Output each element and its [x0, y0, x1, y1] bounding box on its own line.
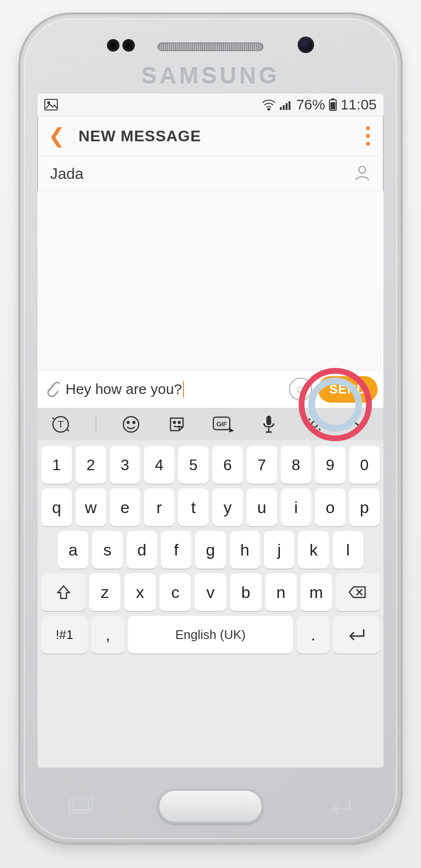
- key-y[interactable]: y: [212, 488, 243, 526]
- key-u[interactable]: u: [247, 488, 277, 526]
- key-o[interactable]: o: [315, 488, 345, 526]
- expand-icon[interactable]: [349, 413, 371, 435]
- svg-point-15: [133, 421, 135, 423]
- key-4[interactable]: 4: [144, 446, 174, 484]
- key-5[interactable]: 5: [178, 446, 209, 484]
- comma-key[interactable]: ,: [92, 616, 124, 653]
- key-3[interactable]: 3: [110, 446, 140, 484]
- smiley-icon[interactable]: [120, 413, 142, 435]
- battery-percent: 76%: [296, 96, 325, 113]
- contact-icon[interactable]: [354, 164, 371, 183]
- speaker-grille: [158, 42, 263, 51]
- recipient-row[interactable]: Jada: [38, 156, 383, 191]
- attach-icon[interactable]: [43, 379, 60, 400]
- key-a[interactable]: a: [58, 531, 88, 569]
- sticker-icon[interactable]: [166, 413, 188, 435]
- wifi-icon: [262, 99, 276, 110]
- key-t[interactable]: t: [178, 488, 209, 526]
- key-b[interactable]: b: [230, 573, 262, 611]
- key-i[interactable]: i: [281, 488, 311, 526]
- more-menu-icon[interactable]: [363, 123, 373, 149]
- settings-icon[interactable]: [303, 413, 326, 435]
- key-c[interactable]: c: [159, 573, 191, 611]
- key-e[interactable]: e: [110, 488, 140, 526]
- key-g[interactable]: g: [195, 531, 225, 569]
- emoji-icon[interactable]: ☺: [289, 378, 312, 401]
- sensor-dot: [122, 39, 135, 52]
- message-input[interactable]: Hey how are you?: [66, 381, 283, 397]
- key-row-numbers: 1 2 3 4 5 6 7 8 9 0: [41, 446, 380, 484]
- send-button[interactable]: SEND: [318, 376, 378, 403]
- svg-rect-4: [283, 105, 285, 110]
- key-n[interactable]: n: [265, 573, 297, 611]
- clock-text: 11:05: [341, 96, 377, 113]
- key-row-asdf: a s d f g h j k l: [41, 531, 380, 569]
- key-p[interactable]: p: [349, 488, 380, 526]
- key-d[interactable]: d: [127, 531, 157, 569]
- backspace-key[interactable]: [336, 573, 380, 611]
- separator: [95, 416, 96, 433]
- svg-point-13: [123, 417, 139, 432]
- shift-key[interactable]: [41, 573, 85, 611]
- svg-point-10: [359, 166, 366, 173]
- status-bar: 76% 11:05: [38, 94, 383, 116]
- screen: 76% 11:05 ❮ NEW MESSAGE: [38, 94, 383, 768]
- key-l[interactable]: l: [333, 531, 363, 569]
- svg-point-23: [312, 421, 317, 427]
- key-7[interactable]: 7: [247, 446, 277, 484]
- keyboard: 1 2 3 4 5 6 7 8 9 0 q w e: [38, 440, 383, 768]
- symbols-key[interactable]: !#1: [41, 616, 88, 653]
- svg-rect-6: [289, 101, 290, 110]
- key-f[interactable]: f: [161, 531, 191, 569]
- battery-icon: [329, 98, 337, 111]
- svg-rect-5: [286, 103, 288, 110]
- key-j[interactable]: j: [264, 531, 294, 569]
- brand-logo: SAMSUNG: [18, 63, 403, 89]
- front-camera: [298, 37, 314, 53]
- page-title: NEW MESSAGE: [79, 127, 201, 145]
- key-1[interactable]: 1: [41, 446, 72, 484]
- message-text: Hey how are you?: [66, 381, 182, 397]
- key-9[interactable]: 9: [315, 446, 345, 484]
- recents-icon[interactable]: [66, 796, 95, 817]
- conversation-area[interactable]: [38, 191, 383, 370]
- enter-key[interactable]: [333, 616, 380, 653]
- key-m[interactable]: m: [301, 573, 332, 611]
- text-mode-icon[interactable]: T: [50, 413, 72, 435]
- app-header: ❮ NEW MESSAGE: [38, 116, 383, 156]
- compose-row: Hey how are you? ☺ SEND: [38, 370, 383, 408]
- key-q[interactable]: q: [41, 488, 72, 526]
- gif-icon[interactable]: GIF: [212, 413, 234, 435]
- key-s[interactable]: s: [92, 531, 122, 569]
- key-z[interactable]: z: [89, 573, 120, 611]
- recipient-name: Jada: [50, 165, 83, 183]
- key-row-bottom: !#1 , English (UK) .: [41, 616, 380, 653]
- home-button[interactable]: [158, 789, 263, 824]
- key-2[interactable]: 2: [76, 446, 106, 484]
- key-v[interactable]: v: [195, 573, 226, 611]
- key-8[interactable]: 8: [281, 446, 311, 484]
- signal-icon: [280, 99, 292, 110]
- key-r[interactable]: r: [144, 488, 174, 526]
- svg-rect-20: [266, 416, 271, 425]
- svg-rect-9: [330, 102, 335, 109]
- svg-text:T: T: [58, 419, 64, 430]
- key-6[interactable]: 6: [212, 446, 243, 484]
- svg-point-16: [173, 421, 175, 423]
- svg-point-17: [178, 421, 180, 423]
- key-0[interactable]: 0: [349, 446, 380, 484]
- svg-rect-0: [45, 99, 57, 110]
- back-hardware-icon[interactable]: [326, 796, 355, 817]
- svg-point-14: [127, 421, 129, 423]
- svg-text:GIF: GIF: [216, 420, 227, 428]
- svg-rect-3: [280, 107, 282, 110]
- back-icon[interactable]: ❮: [48, 126, 65, 146]
- key-h[interactable]: h: [230, 531, 260, 569]
- key-x[interactable]: x: [124, 573, 156, 611]
- period-key[interactable]: .: [297, 616, 329, 653]
- mic-icon[interactable]: [258, 413, 280, 435]
- sensor-dot: [107, 39, 119, 52]
- key-w[interactable]: w: [76, 488, 106, 526]
- space-key[interactable]: English (UK): [128, 616, 293, 653]
- key-k[interactable]: k: [298, 531, 329, 569]
